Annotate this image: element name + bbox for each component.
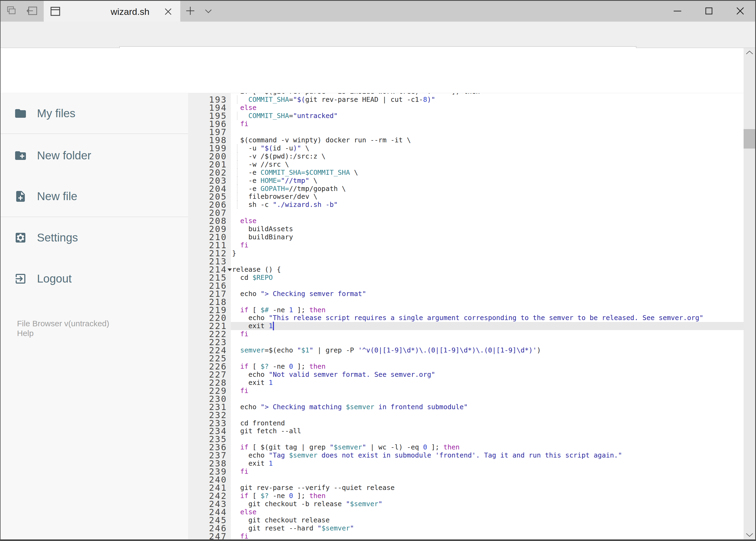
code-line[interactable]: 220echo "This release script requires a … [188, 314, 744, 322]
tab-preview-icon[interactable] [6, 5, 17, 16]
sidebar-item-label: Logout [37, 263, 72, 295]
code-line[interactable]: 225 [188, 354, 744, 362]
code-line[interactable]: 234git fetch --all [188, 427, 744, 435]
browser-toolbar: filebrowser.web/files/wizard.sh [0, 22, 756, 48]
code-line[interactable]: 195COMMIT_SHA="untracked" [188, 112, 744, 120]
code-line[interactable]: 227echo "Not valid semver format. See se… [188, 370, 744, 379]
code-line[interactable]: 211fi [188, 241, 744, 249]
code-line[interactable]: 238exit 1 [188, 459, 744, 467]
sidebar-item-new-folder[interactable]: New folder [0, 139, 189, 172]
code-line[interactable]: 232 [188, 411, 744, 419]
code-line[interactable]: 200-v /$(pwd):/src:z \ [188, 152, 744, 161]
sidebar-item-label: New file [37, 180, 77, 213]
code-line[interactable]: 202-e COMMIT_SHA=$COMMIT_SHA \ [188, 169, 744, 177]
code-line[interactable]: 199-u "$(id -u)" \ [188, 144, 744, 152]
indent-guide [237, 201, 237, 209]
sidebar-item-my-files[interactable]: My files [0, 97, 189, 130]
sidebar-item-new-file[interactable]: New file [0, 180, 189, 213]
sidebar-item-label: My files [37, 97, 75, 130]
code-line[interactable]: 242if [ $? -ne 0 ]; then [188, 492, 744, 500]
new-file-icon [14, 190, 27, 203]
code-line[interactable]: 221exit 1 [188, 322, 744, 330]
sidebar-item-settings[interactable]: Settings [0, 222, 189, 254]
tab-close-icon[interactable] [164, 8, 172, 15]
code-line[interactable]: 243git checkout -b release "$semver" [188, 500, 744, 508]
window-border-bottom [0, 539, 756, 541]
code-line[interactable]: 194else [188, 104, 744, 112]
folder-icon [14, 107, 27, 120]
text-cursor [273, 322, 274, 330]
set-tabs-aside-icon[interactable] [26, 5, 38, 16]
code-line[interactable]: 245git checkout release [188, 516, 744, 524]
tab-list-icon[interactable] [204, 9, 212, 14]
code-line[interactable]: 208else [188, 217, 744, 225]
code-line[interactable]: 228exit 1 [188, 379, 744, 387]
window-maximize-icon[interactable] [705, 7, 712, 15]
help-link[interactable]: Help [17, 329, 34, 338]
code-line[interactable]: 205filebrowser/dev \ [188, 193, 744, 201]
code-line[interactable]: 206sh -c "./wizard.sh -b" [188, 201, 744, 209]
sidebar: My files New folder New file Settings Lo… [0, 94, 189, 539]
indent-guide [237, 161, 237, 169]
sidebar-divider [0, 134, 189, 134]
code-line[interactable]: 246git reset --hard "$semver" [188, 524, 744, 532]
code-line[interactable]: 241git rev-parse --verify --quiet releas… [188, 484, 744, 492]
code-line[interactable]: 203-e HOME="//tmp" \ [188, 177, 744, 185]
page-scrollbar[interactable] [744, 48, 755, 539]
code-line[interactable]: 226if [ $? -ne 0 ]; then [188, 362, 744, 370]
code-line[interactable]: 222fi [188, 330, 744, 338]
code-line[interactable]: 244else [188, 508, 744, 516]
indent-guide [237, 152, 237, 161]
code-line[interactable]: 216 [188, 282, 744, 290]
code-line[interactable]: 235 [188, 435, 744, 443]
code-line[interactable]: 207 [188, 209, 744, 217]
code-line[interactable]: 231echo "> Checking matching $semver in … [188, 403, 744, 411]
code-line[interactable]: 217echo "> Checking semver format" [188, 290, 744, 298]
code-line[interactable]: 214release () { [188, 266, 744, 273]
new-tab-icon[interactable] [186, 6, 195, 15]
line-number: 247 [188, 532, 227, 539]
browser-tab[interactable]: wizard.sh [44, 1, 180, 22]
code-line[interactable]: 233cd frontend [188, 419, 744, 427]
code-line[interactable]: 237echo "Tag $semver does not exist in s… [188, 451, 744, 459]
code-line[interactable]: 209buildAssets [188, 225, 744, 233]
code-line[interactable]: 224semver=$(echo "$1" | grep -P '^v(0|[1… [188, 346, 744, 354]
indent-guide [237, 193, 237, 201]
code-line[interactable]: 213 [188, 258, 744, 266]
code-line[interactable]: 229fi [188, 387, 744, 395]
code-line[interactable]: 204-e GOPATH=//tmp/gopath \ [188, 185, 744, 193]
code-editor[interactable]: if [ "$(git rev-parse --is-inside-work-t… [188, 93, 744, 539]
code-line[interactable]: 218 [188, 298, 744, 306]
code-line[interactable]: if [ "$(git rev-parse --is-inside-work-t… [188, 93, 744, 96]
code-line[interactable]: 239fi [188, 467, 744, 476]
code-line[interactable]: 210buildBinary [188, 233, 744, 241]
window-close-icon[interactable] [736, 7, 744, 15]
scroll-up-icon[interactable] [746, 50, 753, 55]
sidebar-item-label: Settings [37, 222, 78, 254]
code-line[interactable]: 223 [188, 338, 744, 346]
sidebar-divider [0, 217, 189, 217]
code-line[interactable]: 247fi [188, 532, 744, 539]
window-border-top [0, 0, 756, 1]
code-line[interactable]: 212} [188, 249, 744, 258]
code-line[interactable]: 193COMMIT_SHA="$(git rev-parse HEAD | cu… [188, 96, 744, 104]
indent-guide [237, 185, 237, 193]
code-line[interactable]: 198$(command -v winpty) docker run --rm … [188, 136, 744, 144]
window-minimize-icon[interactable] [673, 10, 681, 12]
code-line[interactable]: 236if [ $(git tag | grep "$semver" | wc … [188, 443, 744, 451]
settings-icon [14, 231, 27, 244]
scrollbar-thumb[interactable] [744, 129, 755, 149]
code-line[interactable]: 240 [188, 476, 744, 484]
code-line[interactable]: 219if [ $# -ne 1 ]; then [188, 306, 744, 314]
fold-arrow-icon[interactable] [227, 269, 232, 271]
code-line[interactable]: 197 [188, 128, 744, 136]
logout-icon [14, 272, 27, 285]
code-line[interactable]: 230 [188, 395, 744, 403]
tab-favicon [50, 6, 61, 16]
code-line[interactable]: 201-w //src \ [188, 161, 744, 169]
sidebar-item-logout[interactable]: Logout [0, 263, 189, 295]
scroll-down-icon[interactable] [746, 533, 753, 537]
code-line[interactable]: 196fi [188, 120, 744, 128]
indent-guide [237, 177, 237, 185]
code-line[interactable]: 215cd $REPO [188, 273, 744, 282]
